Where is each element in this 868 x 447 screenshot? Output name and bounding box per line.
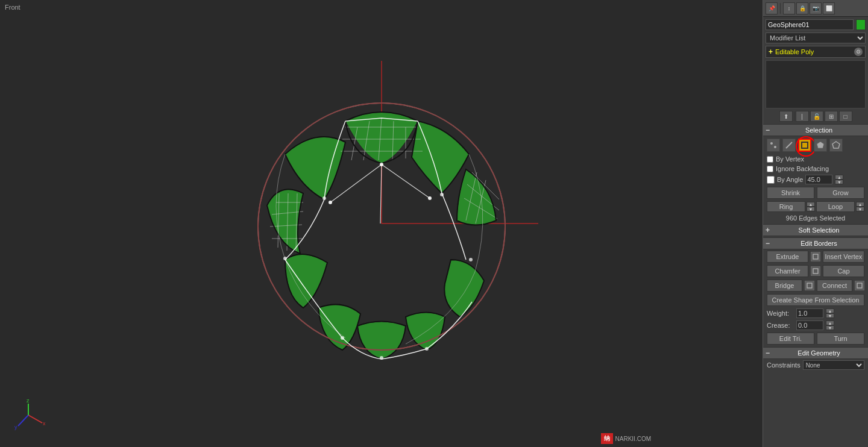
chamfer-settings-btn[interactable] [811, 266, 820, 276]
display-icon[interactable]: ⬜ [823, 2, 835, 14]
svg-point-30 [322, 196, 326, 200]
element-icon[interactable] [829, 139, 843, 152]
edit-borders-header[interactable]: − Edit Borders [763, 237, 868, 249]
by-angle-spinner[interactable]: ▲ ▼ [835, 175, 843, 184]
section-collapse-icon: − [766, 126, 770, 134]
insert-vertex-button[interactable]: Insert Vertex [823, 251, 864, 263]
color-swatch[interactable] [856, 19, 866, 30]
by-angle-label[interactable]: By Angle [777, 176, 803, 183]
loop-button[interactable]: Loop [816, 201, 855, 212]
weight-spin-down[interactable]: ▼ [826, 313, 834, 318]
tool-separator-btn[interactable]: | [796, 111, 809, 122]
svg-point-27 [380, 163, 383, 166]
crease-input[interactable] [796, 320, 823, 330]
weight-label: Weight: [767, 310, 794, 317]
svg-marker-48 [832, 142, 840, 148]
loop-spin-down[interactable]: ▼ [856, 207, 864, 211]
turn-button[interactable]: Turn [817, 333, 864, 345]
object-name-row [763, 17, 868, 31]
svg-text:y: y [14, 424, 17, 430]
tool-display-btn[interactable]: □ [839, 111, 852, 122]
constraints-select[interactable]: None [803, 360, 864, 370]
shrink-button[interactable]: Shrink [767, 187, 814, 199]
svg-rect-46 [802, 142, 808, 148]
shrink-grow-row: Shrink Grow [763, 186, 868, 200]
selection-section-header[interactable]: − Selection [763, 124, 868, 136]
extrude-settings-btn[interactable] [811, 252, 820, 261]
polygon-icon[interactable] [814, 139, 827, 152]
edge-icon[interactable] [782, 139, 796, 152]
create-shape-button[interactable]: Create Shape From Selection [767, 294, 864, 306]
tool-grid-btn[interactable]: ⊞ [825, 111, 838, 122]
spin-up-btn[interactable]: ▲ [835, 175, 843, 180]
svg-point-33 [469, 258, 473, 261]
connect-settings-btn[interactable] [855, 281, 864, 290]
ring-spinner[interactable]: ▲ ▼ [807, 202, 815, 211]
viewport[interactable]: Front [0, 0, 763, 447]
tool-lock-btn[interactable]: 🔓 [810, 111, 823, 122]
edit-geometry-title: Edit Geometry [772, 349, 866, 357]
by-angle-checkbox[interactable] [767, 176, 775, 184]
svg-point-31 [440, 193, 444, 196]
border-icon[interactable] [798, 139, 811, 152]
tools-row: ⬆ | 🔓 ⊞ □ [763, 110, 868, 123]
ignore-backfacing-label[interactable]: Ignore Backfacing [776, 165, 829, 172]
editable-poly-row[interactable]: + Editable Poly ⚙ [766, 46, 866, 58]
weight-row: Weight: ▲ ▼ [763, 307, 868, 319]
vertex-icon[interactable] [767, 139, 780, 152]
ignore-backfacing-checkbox[interactable] [767, 166, 773, 172]
ep-icon[interactable]: ⚙ [854, 48, 863, 56]
extrude-button[interactable]: Extrude [767, 251, 808, 263]
modifier-list-select[interactable]: Modifier List [766, 33, 866, 43]
bridge-connect-row: Bridge Connect [763, 278, 868, 293]
right-panel: 📌 ↕ 🔒 📷 ⬜ Modifier List + Editable Poly … [763, 0, 868, 447]
svg-rect-49 [813, 254, 818, 259]
by-angle-input[interactable] [805, 175, 832, 184]
crease-spinner[interactable]: ▲ ▼ [826, 320, 834, 330]
modifier-list-row: Modifier List [763, 31, 868, 45]
spin-down-btn[interactable]: ▼ [835, 180, 843, 184]
bridge-settings-btn[interactable] [805, 281, 814, 290]
soft-selection-header[interactable]: + Soft Selection [763, 224, 868, 236]
by-vertex-checkbox[interactable] [767, 156, 773, 163]
weight-spinner[interactable]: ▲ ▼ [826, 308, 834, 318]
by-vertex-row: By Vertex [763, 154, 868, 164]
svg-point-29 [428, 196, 432, 200]
by-vertex-label[interactable]: By Vertex [776, 155, 804, 163]
editable-poly-label: Editable Poly [775, 48, 854, 55]
crease-spin-up[interactable]: ▲ [826, 320, 834, 325]
sphere-canvas [0, 0, 763, 447]
watermark: 纳 NARKII.COM [601, 433, 651, 444]
pin-icon[interactable]: 📌 [766, 2, 778, 14]
tool-pin-btn[interactable]: ⬆ [779, 111, 793, 122]
edit-tri-row: Edit Tri. Turn [763, 331, 868, 346]
cap-button[interactable]: Cap [823, 265, 864, 277]
ignore-backfacing-row: Ignore Backfacing [763, 164, 868, 173]
weight-input[interactable] [796, 308, 823, 318]
camera-icon[interactable]: 📷 [810, 2, 822, 14]
edges-selected-row: 960 Edges Selected [763, 213, 868, 223]
loop-spinner[interactable]: ▲ ▼ [856, 202, 864, 211]
weight-spin-up[interactable]: ▲ [826, 308, 834, 313]
grow-button[interactable]: Grow [817, 187, 864, 199]
constraints-label: Constraints [767, 361, 800, 369]
crease-spin-down[interactable]: ▼ [826, 325, 834, 330]
edit-tri-button[interactable]: Edit Tri. [767, 333, 814, 345]
object-name-input[interactable] [766, 19, 854, 30]
ring-button[interactable]: Ring [767, 201, 805, 212]
ring-spin-down[interactable]: ▼ [807, 207, 815, 211]
selection-section-title: Selection [772, 127, 866, 134]
lock-icon[interactable]: 🔒 [796, 2, 808, 14]
sphere-svg [225, 49, 538, 398]
chamfer-button[interactable]: Chamfer [767, 265, 808, 277]
bridge-button[interactable]: Bridge [767, 280, 802, 292]
edit-geometry-header[interactable]: − Edit Geometry [763, 347, 868, 359]
loop-spin-up[interactable]: ▲ [856, 202, 864, 207]
svg-line-37 [28, 415, 42, 423]
ring-spin-up[interactable]: ▲ [807, 202, 815, 207]
svg-point-44 [774, 146, 776, 148]
connect-button[interactable]: Connect [817, 280, 852, 292]
cursor-icon[interactable]: ↕ [783, 2, 795, 14]
soft-selection-title: Soft Selection [772, 227, 866, 234]
svg-point-35 [425, 347, 429, 351]
